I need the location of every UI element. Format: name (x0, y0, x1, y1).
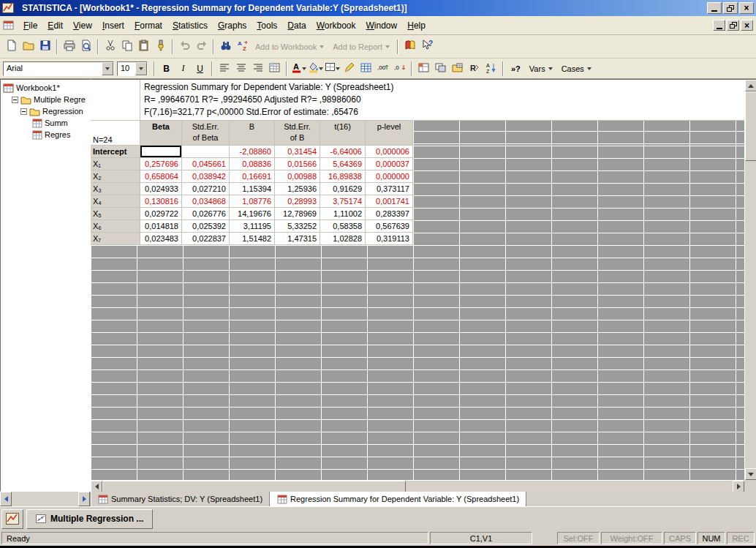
tree-item-summary[interactable]: Summ (3, 117, 90, 129)
cell-stderr-beta[interactable]: 0,025392 (182, 220, 230, 233)
cell-stderr-beta[interactable]: 0,022837 (182, 233, 230, 245)
underline-button[interactable]: U (192, 60, 208, 78)
font-size-combo[interactable]: 10 (117, 61, 148, 76)
font-color-button[interactable]: A (290, 60, 307, 78)
collapse-icon[interactable] (20, 108, 27, 115)
cell-beta[interactable]: 0,257696 (140, 158, 182, 170)
cell-t[interactable]: -6,64006 (320, 146, 366, 158)
tree-item-workbook[interactable]: Workbook1* (3, 82, 90, 94)
extract-block-button[interactable] (449, 60, 466, 78)
cell-stderr-beta[interactable]: 0,034868 (182, 195, 230, 208)
tab-summary-statistics[interactable]: Summary Statistics; DV: Y (Spreadsheet1) (91, 492, 270, 506)
cell-stderr-b[interactable]: 12,78969 (275, 208, 320, 220)
add-to-report-button[interactable]: Add to Report (328, 41, 394, 53)
cell-b[interactable]: 3,11195 (230, 220, 275, 233)
cell-stderr-b[interactable]: 0,01566 (275, 158, 320, 170)
context-help-button[interactable]: ? (418, 38, 435, 56)
paste-button[interactable] (135, 38, 152, 56)
undo-button[interactable] (176, 38, 193, 56)
cell-b[interactable]: 0,08836 (230, 158, 275, 170)
copy-button[interactable] (118, 38, 135, 56)
statistica-logo-button[interactable] (1, 509, 23, 529)
print-preview-button[interactable] (78, 38, 94, 56)
header-corner-blank[interactable] (91, 80, 140, 120)
cell-plevel[interactable]: 0,000037 (366, 158, 413, 170)
font-name-dropdown[interactable] (102, 62, 113, 75)
print-button[interactable] (61, 38, 78, 56)
cut-button[interactable] (102, 38, 118, 56)
font-size-dropdown[interactable] (135, 62, 147, 75)
decrease-decimals-button[interactable]: ,0 (391, 60, 408, 78)
tree-item-multiple-regression[interactable]: Multiple Regre (3, 94, 90, 105)
cell-t[interactable]: 1,02828 (320, 233, 366, 245)
new-document-button[interactable] (3, 38, 20, 56)
row-header[interactable]: Intercept (91, 146, 140, 158)
scroll-left-button[interactable] (91, 481, 102, 492)
font-name-combo[interactable]: Arial (3, 61, 114, 76)
vertical-scrollbar[interactable] (744, 80, 756, 480)
mark-cells-button[interactable] (415, 60, 432, 78)
sort-button[interactable]: AZ (483, 60, 499, 78)
row-header[interactable]: X₄ (91, 195, 140, 208)
scroll-up-button[interactable] (745, 80, 756, 91)
column-header-plevel[interactable]: p-level (366, 121, 413, 146)
fill-color-button[interactable] (307, 60, 324, 78)
cell-t[interactable]: 3,75174 (320, 195, 366, 208)
cell-plevel[interactable]: 0,283397 (366, 208, 413, 220)
format-painter-button[interactable] (152, 38, 169, 56)
empty-grid[interactable]: Regression Summary for Dependent Variabl… (91, 80, 744, 480)
menu-graphs[interactable]: Graphs (213, 18, 252, 33)
cell-stderr-b[interactable]: 0,31454 (275, 146, 320, 158)
menu-view[interactable]: View (68, 18, 97, 33)
row-header[interactable]: X₇ (91, 233, 140, 245)
cell-stderr-b[interactable]: 1,25936 (275, 183, 320, 195)
child-restore-button[interactable] (727, 20, 739, 31)
align-center-button[interactable] (233, 60, 249, 78)
cell-plevel[interactable]: 0,567639 (366, 220, 413, 233)
cell-b[interactable]: 14,19676 (230, 208, 275, 220)
menu-window[interactable]: Window (361, 18, 403, 33)
bold-button[interactable]: B (158, 60, 175, 78)
column-header-beta[interactable]: Beta (140, 121, 182, 146)
italic-button[interactable]: I (175, 60, 192, 78)
tree-item-regression-summary[interactable]: Regres (3, 129, 90, 140)
cases-button[interactable]: Cases (557, 63, 596, 75)
format-cells-button[interactable] (266, 60, 283, 78)
cell-beta[interactable]: 0,024933 (140, 183, 182, 195)
redo-button[interactable] (193, 38, 210, 56)
cell-stderr-beta[interactable]: 0,026776 (182, 208, 230, 220)
menu-edit[interactable]: Edit (42, 18, 68, 33)
help-button[interactable] (401, 38, 418, 56)
cell-b[interactable]: -2,08860 (230, 146, 275, 158)
cell-stderr-beta[interactable]: 0,045661 (182, 158, 230, 170)
cell-t[interactable]: 16,89838 (320, 170, 366, 183)
scroll-down-button[interactable] (745, 468, 756, 480)
row-header[interactable]: X₃ (91, 183, 140, 195)
minimize-button[interactable] (707, 2, 722, 14)
cell-stderr-b[interactable]: 5,33252 (275, 220, 320, 233)
align-left-button[interactable] (216, 60, 233, 78)
column-header-stderr-b[interactable]: Std.Err.of B (275, 121, 320, 146)
cell-b[interactable]: 1,15394 (230, 183, 275, 195)
align-right-button[interactable] (249, 60, 266, 78)
cell-b[interactable]: 1,08776 (230, 195, 275, 208)
cell-beta[interactable]: 0,014818 (140, 220, 182, 233)
tree-item-regression[interactable]: Regression (3, 105, 90, 117)
gridlines-button[interactable] (358, 60, 374, 78)
tree-scroll-left-button[interactable] (0, 492, 12, 506)
child-minimize-button[interactable] (713, 20, 725, 31)
new-window-button[interactable] (432, 60, 449, 78)
draw-borders-button[interactable] (341, 60, 358, 78)
cell-stderr-beta[interactable] (182, 146, 230, 158)
cell-plevel[interactable]: 0,319113 (366, 233, 413, 245)
menu-workbook[interactable]: Workbook (311, 18, 361, 33)
save-button[interactable] (37, 38, 53, 56)
menu-help[interactable]: Help (402, 18, 431, 33)
vars-button[interactable]: Vars (525, 63, 557, 75)
cell-b[interactable]: 1,51482 (230, 233, 275, 245)
cell-stderr-beta[interactable]: 0,027210 (182, 183, 230, 195)
cell-stderr-b[interactable]: 0,28993 (275, 195, 320, 208)
add-to-workbook-button[interactable]: Add to Workbook (251, 41, 328, 53)
restore-button[interactable] (723, 2, 738, 14)
cell-t[interactable]: 0,58358 (320, 220, 366, 233)
